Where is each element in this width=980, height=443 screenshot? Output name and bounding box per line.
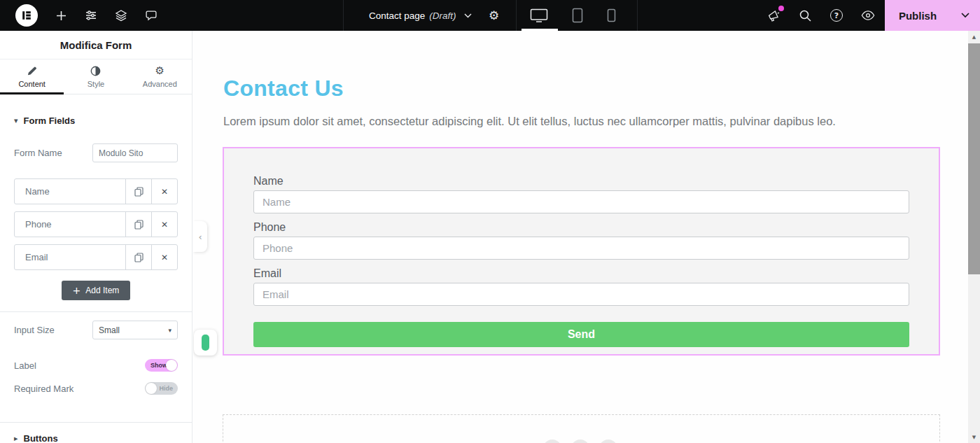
field-row-label[interactable]: Email xyxy=(15,245,125,269)
remove-field-button[interactable]: ✕ xyxy=(151,179,177,204)
preview-changes-button[interactable] xyxy=(861,8,875,22)
finder-search-button[interactable] xyxy=(798,8,812,22)
publish-options-button[interactable] xyxy=(951,0,980,31)
help-button[interactable]: ? xyxy=(830,8,844,22)
megaphone-icon xyxy=(766,8,780,22)
duplicate-field-button[interactable] xyxy=(125,179,151,204)
drag-handle-icon xyxy=(202,335,209,351)
duplicate-icon xyxy=(134,220,144,230)
fields-repeater: Name ✕ Phone xyxy=(14,178,178,270)
pencil-icon xyxy=(27,66,37,76)
top-bar: Contact page (Draft) ⚙ xyxy=(0,0,980,31)
publish-button[interactable]: Publish xyxy=(885,0,951,31)
scroll-down-arrow[interactable]: ▼ xyxy=(968,431,980,443)
remove-field-button[interactable]: ✕ xyxy=(151,212,177,237)
structure-layers-icon[interactable] xyxy=(114,8,128,22)
field-row-label[interactable]: Name xyxy=(15,179,125,204)
vertical-scrollbar[interactable]: ▲ ▼ xyxy=(968,31,980,443)
duplicate-icon xyxy=(134,253,144,262)
form-name-input[interactable] xyxy=(92,143,178,162)
notification-dot xyxy=(778,6,784,11)
duplicate-icon xyxy=(134,187,144,197)
input-size-value: Small xyxy=(99,325,120,335)
topbar-divider xyxy=(637,0,638,31)
panel-collapse-handle[interactable]: ‹ xyxy=(193,221,207,252)
section-form-fields[interactable]: ▾ Form Fields xyxy=(14,115,178,126)
input-size-label: Input Size xyxy=(14,325,55,335)
widget-drag-handle[interactable] xyxy=(194,330,217,356)
page-paragraph[interactable]: Lorem ipsum dolor sit amet, consectetur … xyxy=(223,115,938,128)
required-mark-toggle-state: Hide xyxy=(159,382,173,395)
eye-icon xyxy=(861,10,875,21)
add-item-button[interactable]: + Add Item xyxy=(62,281,131,300)
form-name-label: Form Name xyxy=(14,148,62,158)
caret-right-icon: ▸ xyxy=(14,435,18,442)
close-icon: ✕ xyxy=(161,253,168,262)
scrollbar-thumb[interactable] xyxy=(968,43,980,274)
active-device-indicator xyxy=(522,29,558,31)
remove-field-button[interactable]: ✕ xyxy=(151,245,177,269)
scroll-up-arrow[interactable]: ▲ xyxy=(968,31,980,43)
tab-advanced[interactable]: ⚙ Advanced xyxy=(128,59,192,94)
label-toggle-state: Show xyxy=(150,359,167,372)
page-settings-button[interactable]: ⚙ xyxy=(489,0,499,31)
required-mark-control: Required Mark Hide xyxy=(14,382,178,395)
email-field[interactable] xyxy=(253,283,909,306)
required-mark-toggle[interactable]: Hide xyxy=(145,382,178,395)
form-name-control: Form Name xyxy=(14,143,178,162)
send-button[interactable]: Send xyxy=(253,322,909,347)
form-widget-selected[interactable]: Name Phone Email Send xyxy=(223,147,940,356)
gear-icon: ⚙ xyxy=(155,66,164,76)
tab-content-label: Content xyxy=(18,80,46,88)
duplicate-field-button[interactable] xyxy=(125,212,151,237)
field-row-label[interactable]: Phone xyxy=(15,212,125,237)
close-icon: ✕ xyxy=(161,188,168,196)
panel-title: Modifica Form xyxy=(0,31,192,59)
label-control-label: Label xyxy=(14,360,36,371)
tab-style-label: Style xyxy=(88,80,104,88)
elementor-logo-icon xyxy=(21,10,32,21)
phone-field[interactable] xyxy=(253,237,909,260)
elementor-logo[interactable] xyxy=(15,4,38,27)
section-buttons[interactable]: ▸ Buttons xyxy=(0,422,192,443)
desktop-preview-icon[interactable] xyxy=(530,8,548,22)
field-row-name: Name ✕ xyxy=(14,178,178,204)
tab-content[interactable]: Content xyxy=(0,59,64,94)
publish-button-group: Publish xyxy=(885,0,980,31)
editor-canvas: Contact Us Lorem ipsum dolor sit amet, c… xyxy=(193,31,968,443)
field-row-email: Email ✕ xyxy=(14,244,178,270)
site-settings-icon[interactable] xyxy=(84,8,98,22)
caret-down-icon: ▾ xyxy=(168,327,172,334)
add-element-icon[interactable] xyxy=(54,8,68,22)
caret-down-icon: ▾ xyxy=(14,117,18,125)
help-icon: ? xyxy=(830,9,843,22)
chevron-left-icon: ‹ xyxy=(198,232,202,242)
topbar-divider xyxy=(343,0,344,31)
contrast-icon xyxy=(90,66,101,76)
label-toggle[interactable]: Show xyxy=(145,359,178,372)
whats-new-button[interactable] xyxy=(766,8,780,22)
input-size-control: Input Size Small ▾ xyxy=(14,321,178,339)
add-section-area[interactable] xyxy=(223,414,940,443)
add-item-label: Add Item xyxy=(85,286,119,295)
form-field-label: Email xyxy=(253,267,909,280)
name-field[interactable] xyxy=(253,190,909,213)
form-group-email: Email xyxy=(253,267,909,306)
comments-icon[interactable] xyxy=(144,8,158,22)
tab-advanced-label: Advanced xyxy=(143,80,177,88)
input-size-select[interactable]: Small ▾ xyxy=(92,321,178,339)
form-group-phone: Phone xyxy=(253,221,909,260)
section-buttons-label: Buttons xyxy=(24,433,58,443)
chevron-down-icon xyxy=(961,13,969,18)
page-heading[interactable]: Contact Us xyxy=(223,76,968,101)
responsive-mode-group xyxy=(530,0,616,31)
tablet-preview-icon[interactable] xyxy=(572,8,583,22)
form-group-name: Name xyxy=(253,175,909,213)
duplicate-field-button[interactable] xyxy=(125,245,151,269)
chevron-down-icon xyxy=(464,13,472,18)
mobile-preview-icon[interactable] xyxy=(607,8,616,22)
toggle-knob xyxy=(166,360,177,371)
document-switcher[interactable]: Contact page (Draft) xyxy=(369,0,472,31)
label-control: Label Show xyxy=(14,359,178,372)
tab-style[interactable]: Style xyxy=(64,59,127,94)
